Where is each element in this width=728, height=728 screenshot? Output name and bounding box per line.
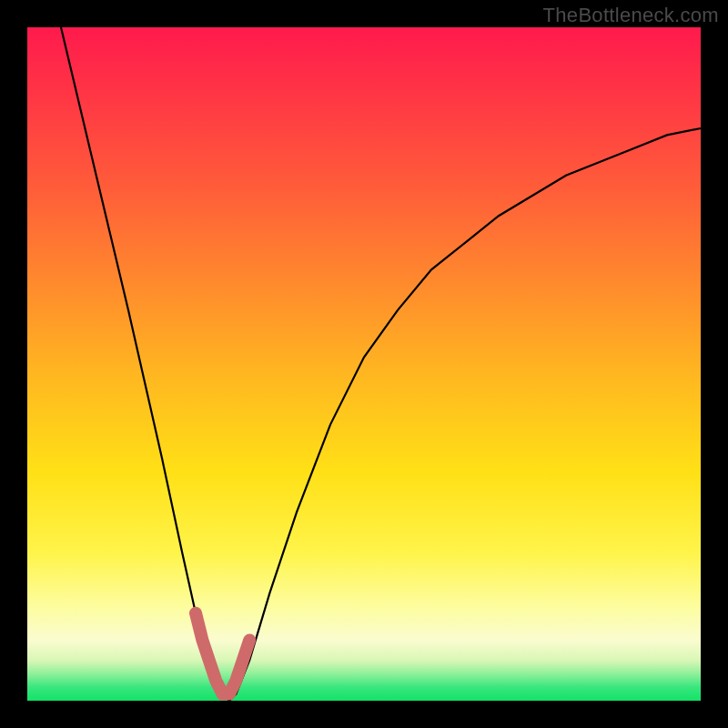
watermark-text: TheBottleneck.com <box>543 4 719 27</box>
chart-frame: TheBottleneck.com <box>0 0 728 728</box>
bottleneck-curve <box>61 27 701 701</box>
plot-area <box>27 27 701 701</box>
curve-layer <box>27 27 701 701</box>
optimal-band-marker <box>196 613 249 694</box>
